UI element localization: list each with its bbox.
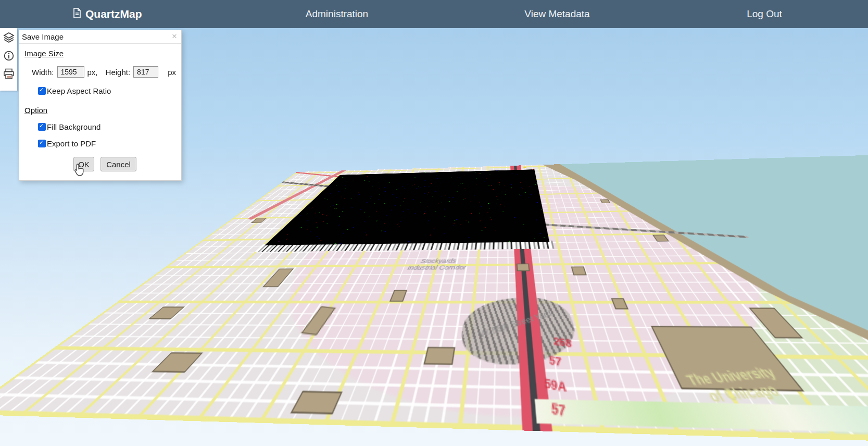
width-label: Width: <box>32 68 54 77</box>
cancel-button[interactable]: Cancel <box>100 157 136 171</box>
building-block <box>652 234 669 241</box>
yellow-map-marker <box>523 166 527 168</box>
map-tool-sidebar <box>0 28 17 91</box>
data-overlay-region[interactable] <box>265 169 549 245</box>
building-block <box>611 298 628 309</box>
close-icon[interactable]: × <box>172 31 177 42</box>
size-row: Width: px, Height: px <box>32 66 176 78</box>
option-heading: Option <box>24 106 47 115</box>
top-navbar: QuartzMap Administration View Metadata L… <box>0 0 868 28</box>
nav-view-metadata[interactable]: View Metadata <box>524 0 589 28</box>
route-marker: 57 <box>549 354 562 369</box>
map-label-stockyards: Stockyards Industrial Corridor <box>402 258 472 271</box>
building-block <box>600 199 610 203</box>
info-icon <box>4 51 14 63</box>
layers-tool-button[interactable] <box>3 32 15 45</box>
print-tool-button[interactable] <box>3 69 15 81</box>
dialog-body: Image Size Width: px, Height: px Keep As… <box>19 44 181 171</box>
dialog-title: Save Image <box>22 32 64 41</box>
export-pdf-checkbox[interactable] <box>38 140 46 147</box>
document-icon <box>73 8 81 21</box>
fill-background-label: Fill Background <box>47 122 100 131</box>
app-title: QuartzMap <box>85 8 142 20</box>
option-heading-wrap: Option <box>24 105 176 115</box>
keep-aspect-ratio-row[interactable]: Keep Aspect Ratio <box>38 86 176 95</box>
building-block <box>148 306 185 319</box>
fill-background-row[interactable]: Fill Background <box>38 122 176 131</box>
ok-button[interactable]: OK <box>73 157 94 171</box>
dialog-header[interactable]: Save Image × <box>19 30 181 44</box>
height-input[interactable] <box>133 66 158 78</box>
dialog-buttons: OK Cancel <box>73 157 176 171</box>
height-label: Height: <box>106 68 131 77</box>
printer-icon <box>3 68 15 82</box>
layers-icon <box>3 32 15 45</box>
building-block <box>571 267 587 276</box>
fill-background-checkbox[interactable] <box>38 123 46 131</box>
width-unit: px, <box>87 68 98 77</box>
export-pdf-row[interactable]: Export to PDF <box>38 139 176 148</box>
building-block <box>517 264 530 271</box>
building-block <box>291 391 343 414</box>
image-size-heading: Image Size <box>24 49 64 58</box>
app-brand[interactable]: QuartzMap <box>73 0 142 28</box>
height-unit: px <box>168 68 176 77</box>
building-block <box>152 352 203 373</box>
nav-log-out[interactable]: Log Out <box>747 0 782 28</box>
building-block <box>301 306 336 336</box>
route-marker: 57 <box>551 400 566 420</box>
width-input[interactable] <box>57 66 84 78</box>
nav-administration[interactable]: Administration <box>306 0 368 28</box>
building-block <box>262 268 294 287</box>
keep-aspect-label: Keep Aspect Ratio <box>47 86 111 95</box>
keep-aspect-checkbox[interactable] <box>38 87 46 95</box>
export-pdf-label: Export to PDF <box>47 139 96 148</box>
building-block <box>389 290 407 302</box>
building-block <box>423 347 455 365</box>
save-image-dialog: Save Image × Image Size Width: px, Heigh… <box>19 30 182 181</box>
identify-tool-button[interactable] <box>3 51 15 63</box>
